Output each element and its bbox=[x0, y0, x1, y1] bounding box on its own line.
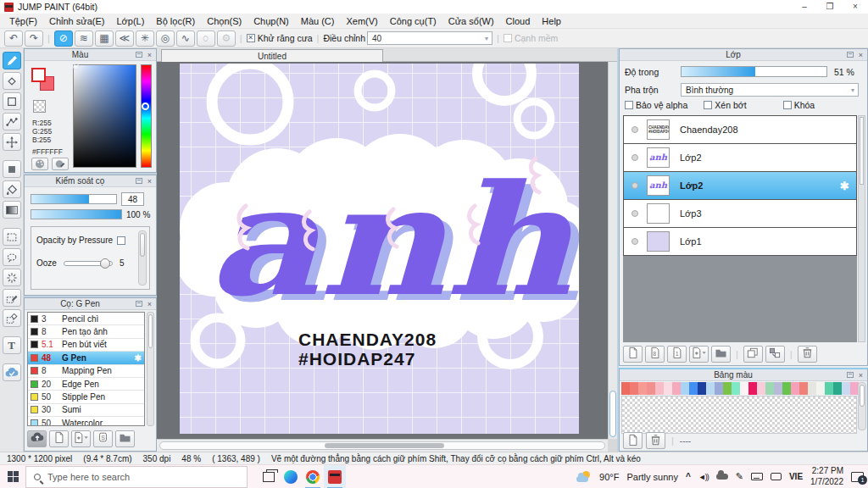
chrome-taskbar-button[interactable] bbox=[302, 465, 324, 488]
notification-icon[interactable]: 1 bbox=[851, 472, 864, 482]
popout-icon[interactable] bbox=[136, 52, 142, 58]
add-page-button[interactable] bbox=[71, 430, 91, 447]
popout-icon[interactable] bbox=[136, 178, 142, 184]
select-rect-tool[interactable] bbox=[3, 228, 21, 246]
menu-item-11[interactable]: Help bbox=[536, 16, 567, 26]
brush-size-value[interactable]: 48 bbox=[121, 192, 144, 206]
brush-row-sumi[interactable]: 30Sumi bbox=[28, 404, 144, 417]
canvas-viewport[interactable]: anh anh CHAENDAY208 #HOIDAP247 bbox=[157, 62, 608, 439]
control-point-tool[interactable] bbox=[3, 113, 21, 130]
pressure-checkbox[interactable] bbox=[117, 236, 125, 245]
palette-swatch-15[interactable] bbox=[748, 382, 757, 395]
merge-button[interactable] bbox=[765, 346, 785, 363]
layer-row-4[interactable]: Lớp1 bbox=[624, 228, 856, 256]
add-page-button[interactable] bbox=[689, 346, 709, 363]
task-view-button[interactable] bbox=[258, 465, 280, 488]
palette-swatch-22[interactable] bbox=[808, 382, 816, 395]
gear-icon[interactable]: ✱ bbox=[135, 353, 142, 363]
close-icon[interactable]: × bbox=[145, 50, 154, 60]
select-eraser-tool[interactable] bbox=[3, 309, 21, 327]
snap-ellipse[interactable]: ◌ bbox=[197, 30, 215, 47]
start-button[interactable] bbox=[0, 465, 25, 488]
fg-bg-swatches[interactable] bbox=[31, 68, 58, 95]
select-pen-tool[interactable] bbox=[3, 289, 21, 307]
palette-swatch-21[interactable] bbox=[799, 382, 808, 395]
restore-button[interactable]: ❐ bbox=[817, 0, 843, 14]
temperature[interactable]: 90°F bbox=[599, 472, 619, 482]
touchpad-icon[interactable] bbox=[771, 473, 782, 480]
palette-swatch-5[interactable] bbox=[664, 382, 672, 395]
adjust-dropdown[interactable]: 40 ▾ bbox=[367, 31, 492, 45]
page-button[interactable] bbox=[623, 432, 643, 449]
gear-icon[interactable]: ✱ bbox=[840, 180, 849, 192]
text-tool[interactable]: T bbox=[3, 336, 21, 354]
menu-item-4[interactable]: Chọn(S) bbox=[201, 16, 248, 26]
menu-item-9[interactable]: Cửa sổ(W) bbox=[442, 16, 500, 26]
brush-row-stipple-pen[interactable]: 50Stipple Pen bbox=[28, 391, 144, 403]
palette-swatch-23[interactable] bbox=[816, 382, 825, 395]
brush-tool[interactable] bbox=[3, 52, 21, 69]
snap-vanishing[interactable]: ≪ bbox=[115, 30, 134, 47]
foreground-color-swatch[interactable] bbox=[31, 68, 46, 82]
palette-swatch-26[interactable] bbox=[842, 382, 850, 395]
jump-paint-taskbar-button[interactable] bbox=[324, 465, 346, 488]
brush-size-slider[interactable] bbox=[31, 194, 117, 204]
palette-swatch-3[interactable] bbox=[647, 382, 655, 395]
clock[interactable]: 2:27 PM 1/7/2022 bbox=[810, 466, 843, 487]
antialias-checkbox[interactable]: ✕ bbox=[247, 34, 255, 42]
page-button[interactable] bbox=[623, 346, 643, 363]
panel-scrollbar[interactable] bbox=[138, 230, 147, 286]
menu-item-10[interactable]: Cloud bbox=[500, 16, 537, 26]
upload-cloud-button[interactable] bbox=[27, 430, 47, 447]
antialias-checkbox-row[interactable]: ✕ Khử răng cưa bbox=[247, 33, 313, 43]
layer-row-0[interactable]: CHAENDAY208#HOIDAP247Chaenday208 bbox=[624, 116, 856, 144]
menu-item-3[interactable]: Bộ lọc(R) bbox=[150, 16, 201, 26]
snap-grid[interactable]: ▦ bbox=[95, 30, 114, 47]
bucket-tool[interactable] bbox=[3, 180, 21, 198]
palette-swatch-18[interactable] bbox=[774, 382, 782, 395]
shape-tool[interactable] bbox=[3, 92, 21, 110]
keyboard-icon[interactable] bbox=[751, 473, 763, 480]
weather-text[interactable]: Partly sunny bbox=[626, 472, 678, 482]
layer-visibility-icon[interactable] bbox=[632, 182, 638, 189]
menu-item-1[interactable]: Chỉnh sửa(E) bbox=[43, 16, 110, 26]
hue-slider[interactable] bbox=[141, 64, 152, 168]
canvas-horizontal-scrollbar[interactable] bbox=[157, 439, 608, 452]
brush-row-edge-pen[interactable]: 20Edge Pen bbox=[28, 378, 144, 391]
cloud-sync-tool[interactable] bbox=[3, 363, 21, 381]
move-tool[interactable] bbox=[3, 133, 21, 151]
gradient-tool[interactable] bbox=[3, 201, 21, 219]
s-page-button[interactable]: S bbox=[93, 430, 113, 447]
page-8-button[interactable]: 8 bbox=[645, 346, 665, 363]
palette-swatch-19[interactable] bbox=[782, 382, 791, 395]
menu-item-8[interactable]: Công cụ(T) bbox=[384, 16, 442, 26]
close-button[interactable]: × bbox=[843, 0, 868, 14]
palette-swatch-8[interactable] bbox=[689, 382, 698, 395]
blend-dropdown[interactable]: Bình thường ▾ bbox=[681, 83, 859, 97]
brush-row-g-pen[interactable]: 48G Pen✱ bbox=[28, 352, 144, 364]
minimize-button[interactable]: – bbox=[792, 0, 817, 14]
snap-curve[interactable]: ∿ bbox=[176, 30, 195, 47]
brush-row-mapping-pen[interactable]: 8Mapping Pen bbox=[28, 365, 144, 378]
snap-concentric[interactable]: ◎ bbox=[156, 30, 175, 47]
brush-row-pen-t-o-nh[interactable]: 8Pen tạo ảnh bbox=[28, 325, 144, 338]
redo-button[interactable]: ↷ bbox=[25, 30, 43, 47]
eraser-tool[interactable] bbox=[3, 72, 21, 90]
palette-swatch-13[interactable] bbox=[732, 382, 740, 395]
layer-list-scrollbar[interactable] bbox=[858, 115, 865, 342]
saturation-value-square[interactable] bbox=[73, 64, 136, 168]
folder-button[interactable] bbox=[711, 346, 731, 363]
onedrive-icon[interactable] bbox=[716, 474, 728, 480]
brush-opacity-slider[interactable] bbox=[31, 209, 122, 219]
palette-swatch-24[interactable] bbox=[825, 382, 833, 395]
layer-visibility-icon[interactable] bbox=[632, 238, 638, 245]
page-button[interactable] bbox=[49, 430, 69, 447]
undo-button[interactable]: ↶ bbox=[4, 30, 23, 47]
snap-parallel[interactable]: ≋ bbox=[75, 30, 93, 47]
brush-row-pen-b-t-vi-t[interactable]: 5.1Pen bút viết bbox=[28, 339, 144, 352]
lock-checkbox-row[interactable]: Khóa bbox=[783, 100, 862, 110]
document-tab[interactable]: Untitled bbox=[161, 49, 383, 62]
layer-row-3[interactable]: Lớp3 bbox=[624, 200, 856, 228]
palette-swatch-9[interactable] bbox=[698, 382, 706, 395]
lasso-tool[interactable] bbox=[3, 248, 21, 266]
